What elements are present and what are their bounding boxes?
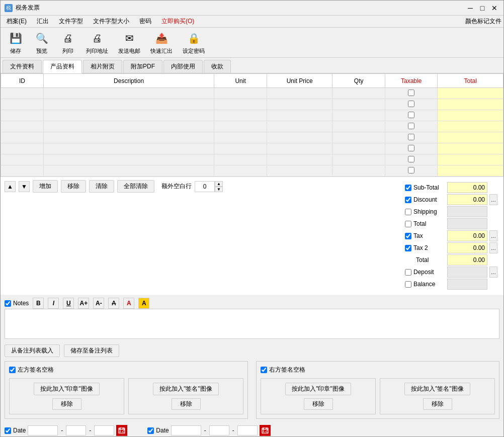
cell-unit-price[interactable] [267, 143, 332, 154]
tab-product-info[interactable]: 产品资料 [43, 60, 82, 73]
format-strikethrough-button[interactable]: A [108, 298, 119, 309]
tab-payment[interactable]: 收款 [204, 60, 231, 73]
right-date-input-3[interactable] [237, 425, 258, 435]
notes-checkbox[interactable] [5, 300, 11, 307]
cell-qty[interactable] [332, 143, 385, 154]
left-add-stamp-button[interactable]: 按此加入"印章"图像 [34, 383, 100, 395]
cell-unit-price[interactable] [267, 99, 332, 110]
deposit-edit-button[interactable]: … [489, 267, 497, 278]
notes-textarea[interactable] [5, 309, 499, 339]
tab-photo-attach[interactable]: 相片附页 [83, 60, 122, 73]
tax-checkbox[interactable] [405, 233, 411, 239]
close-button[interactable]: ✕ [489, 3, 499, 13]
tab-internal[interactable]: 内部使用 [163, 60, 203, 73]
format-font-decrease-button[interactable]: A- [93, 298, 104, 309]
menu-buy[interactable]: 立即购买(O) [157, 16, 198, 27]
cell-description[interactable] [43, 110, 214, 121]
menu-password[interactable]: 密码 [135, 16, 155, 27]
remove-row-button[interactable]: 移除 [61, 180, 86, 193]
taxable-checkbox[interactable] [408, 101, 414, 107]
cell-description[interactable] [43, 132, 214, 143]
cell-unit-price[interactable] [267, 110, 332, 121]
left-date-calendar-button[interactable]: 12 [116, 425, 127, 436]
cell-unit[interactable] [214, 154, 267, 165]
right-date-input-2[interactable] [209, 425, 229, 435]
cell-qty[interactable] [332, 88, 385, 99]
cell-unit[interactable] [214, 99, 267, 110]
set-password-button[interactable]: 🔒 设定密码 [180, 28, 208, 57]
right-date-checkbox[interactable] [147, 427, 154, 434]
maximize-button[interactable]: □ [477, 3, 487, 13]
cell-id[interactable] [1, 165, 44, 177]
send-email-button[interactable]: ✉ 发送电邮 [115, 28, 143, 57]
nav-up-button[interactable]: ▲ [5, 181, 16, 192]
preview-button[interactable]: 🔍 预览 [31, 28, 53, 57]
save-notes-button[interactable]: 储存至备注列表 [64, 344, 119, 357]
taxable-checkbox[interactable] [408, 156, 414, 162]
right-remove-sign-button[interactable]: 移除 [423, 398, 452, 410]
nav-down-button[interactable]: ▼ [19, 181, 30, 192]
quick-export-button[interactable]: 📤 快速汇出 [147, 28, 176, 57]
cell-unit-price[interactable] [267, 165, 332, 177]
cell-unit-price[interactable] [267, 132, 332, 143]
cell-qty[interactable] [332, 121, 385, 132]
cell-id[interactable] [1, 88, 44, 99]
left-remove-sign-button[interactable]: 移除 [172, 398, 201, 410]
cell-description[interactable] [43, 99, 214, 110]
cell-unit[interactable] [214, 132, 267, 143]
total-checkbox[interactable] [405, 221, 411, 227]
right-remove-stamp-button[interactable]: 移除 [304, 398, 333, 410]
cell-unit-price[interactable] [267, 154, 332, 165]
cell-unit[interactable] [214, 121, 267, 132]
cell-qty[interactable] [332, 99, 385, 110]
cell-id[interactable] [1, 154, 44, 165]
menu-fontsize[interactable]: 文件字型大小 [89, 16, 133, 27]
discount-checkbox[interactable] [405, 197, 411, 203]
cell-taxable[interactable] [385, 132, 437, 143]
print-address-button[interactable]: 🖨 列印地址 [83, 28, 111, 57]
taxable-checkbox[interactable] [408, 123, 414, 129]
shipping-checkbox[interactable] [405, 209, 411, 215]
cell-taxable[interactable] [385, 110, 437, 121]
discount-edit-button[interactable]: … [489, 194, 497, 205]
right-date-input-1[interactable] [171, 425, 201, 435]
clear-button[interactable]: 清除 [89, 180, 114, 193]
cell-id[interactable] [1, 121, 44, 132]
taxable-checkbox[interactable] [408, 112, 414, 118]
cell-unit[interactable] [214, 165, 267, 177]
minimize-button[interactable]: ─ [465, 3, 475, 13]
cell-unit[interactable] [214, 110, 267, 121]
cell-unit-price[interactable] [267, 88, 332, 99]
subtotal-checkbox[interactable] [405, 185, 411, 191]
tab-file-info[interactable]: 文件资料 [3, 60, 42, 73]
tab-add-pdf[interactable]: 附加PDF [123, 60, 162, 73]
print-button[interactable]: 🖨 列印 [57, 28, 79, 57]
cell-taxable[interactable] [385, 165, 437, 177]
extra-rows-input[interactable] [195, 181, 215, 192]
tax2-checkbox[interactable] [405, 245, 411, 251]
left-date-input-2[interactable] [66, 425, 86, 435]
cell-qty[interactable] [332, 132, 385, 143]
cell-taxable[interactable] [385, 154, 437, 165]
taxable-checkbox[interactable] [408, 90, 414, 96]
cell-taxable[interactable] [385, 99, 437, 110]
tax-edit-button[interactable]: … [489, 230, 497, 241]
balance-checkbox[interactable] [405, 281, 411, 288]
cell-taxable[interactable] [385, 143, 437, 154]
format-color-button[interactable]: A [123, 298, 134, 309]
format-bold-button[interactable]: B [33, 298, 44, 309]
cell-description[interactable] [43, 143, 214, 154]
cell-qty[interactable] [332, 165, 385, 177]
cell-taxable[interactable] [385, 88, 437, 99]
cell-taxable[interactable] [385, 121, 437, 132]
cell-unit[interactable] [214, 143, 267, 154]
menu-export[interactable]: 汇出 [33, 16, 53, 27]
cell-description[interactable] [43, 154, 214, 165]
cell-id[interactable] [1, 132, 44, 143]
clear-all-button[interactable]: 全部清除 [117, 180, 154, 193]
format-highlight-button[interactable]: A [138, 298, 149, 309]
cell-qty[interactable] [332, 110, 385, 121]
format-font-increase-button[interactable]: A+ [78, 298, 89, 309]
cell-description[interactable] [43, 88, 214, 99]
cell-unit-price[interactable] [267, 121, 332, 132]
